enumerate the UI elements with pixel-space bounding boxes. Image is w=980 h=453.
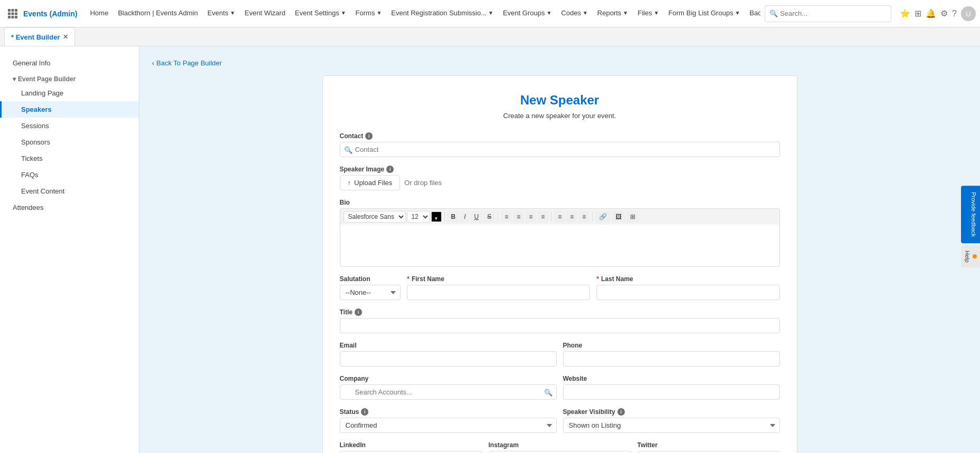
help-tab[interactable]: Help [961, 245, 980, 268]
nav-events[interactable]: Events▼ [203, 0, 240, 27]
sidebar-item-attendees[interactable]: Attendees [0, 199, 139, 216]
ordered-list-button[interactable]: ≡ [513, 211, 524, 223]
tab-event-builder[interactable]: * Event Builder ✕ [4, 27, 75, 46]
contact-search-icon: 🔍 [344, 146, 353, 153]
nav-badge-printing[interactable]: Badge Printing Configurations▼ [745, 0, 760, 27]
nav-event-settings[interactable]: Event Settings▼ [291, 0, 350, 27]
nav-reports[interactable]: Reports▼ [593, 0, 632, 27]
speaker-visibility-label: Speaker Visibility i [563, 408, 780, 416]
twitter-input[interactable] [638, 451, 780, 453]
last-name-input[interactable] [596, 285, 779, 300]
image-button[interactable]: 🖼 [612, 211, 625, 223]
avatar[interactable]: U [961, 6, 976, 21]
align-right-button[interactable]: ≡ [578, 211, 589, 223]
nav-event-wizard[interactable]: Event Wizard [241, 0, 290, 27]
chevron-down-icon: ▼ [546, 10, 551, 16]
search-input[interactable] [780, 9, 887, 17]
status-select[interactable]: Confirmed Pending Declined [340, 418, 557, 433]
form-title: New Speaker [340, 93, 780, 108]
salutation-col: Salutation --None-- Mr. Ms. Mrs. Dr. [340, 275, 401, 300]
contact-input[interactable] [340, 142, 780, 157]
speaker-visibility-select[interactable]: Shown on Listing Hidden [563, 418, 780, 433]
contact-info-icon[interactable]: i [365, 132, 373, 140]
company-search-icon: 🔍 [544, 388, 553, 396]
svg-rect-7 [12, 16, 14, 18]
notifications-icon[interactable]: 🔔 [926, 8, 936, 18]
sidebar-item-sessions[interactable]: Sessions [0, 118, 139, 134]
sidebar-item-speakers[interactable]: Speakers [0, 101, 139, 118]
email-col: Email [340, 342, 557, 367]
align-left-button[interactable]: ≡ [501, 211, 512, 223]
company-col: Company 🔍 [340, 375, 557, 400]
status-info-icon[interactable]: i [361, 408, 368, 416]
indent-button[interactable]: ≡ [537, 211, 548, 223]
name-row: Salutation --None-- Mr. Ms. Mrs. Dr. * F… [340, 275, 780, 300]
upload-files-button[interactable]: ↑ Upload Files [340, 175, 401, 190]
salutation-label: Salutation [340, 275, 401, 283]
back-link[interactable]: ‹ Back To Page Builder [152, 59, 967, 67]
nav-codes[interactable]: Codes▼ [557, 0, 592, 27]
sidebar-item-landing-page[interactable]: Landing Page [0, 85, 139, 101]
phone-input[interactable] [563, 351, 780, 367]
font-size-select[interactable]: 12 [407, 211, 430, 223]
svg-rect-6 [8, 16, 11, 18]
nav-forms[interactable]: Forms▼ [351, 0, 386, 27]
first-name-input[interactable] [407, 285, 590, 300]
bold-button[interactable]: B [448, 211, 460, 223]
nav-admin[interactable]: Blackthorn | Events Admin [113, 0, 202, 27]
svg-rect-3 [8, 12, 11, 15]
nav-files[interactable]: Files▼ [633, 0, 663, 27]
website-col: Website [563, 375, 780, 400]
provide-feedback-tab[interactable]: Provide feedback [961, 186, 980, 243]
tab-bar: * Event Builder ✕ [0, 27, 980, 46]
sidebar-item-tickets[interactable]: Tickets [0, 150, 139, 167]
help-icon[interactable]: ? [952, 9, 957, 18]
nav-groups[interactable]: Event Groups▼ [499, 0, 556, 27]
link-button[interactable]: 🔗 [595, 211, 611, 223]
svg-rect-1 [12, 9, 14, 12]
salutation-select[interactable]: --None-- Mr. Ms. Mrs. Dr. [340, 285, 401, 300]
align-left-2-button[interactable]: ≡ [554, 211, 565, 223]
nav-form-list[interactable]: Form Big List Groups▼ [664, 0, 745, 27]
top-icons: ⭐ ⊞ 🔔 ⚙ ? U [900, 6, 976, 21]
app-launcher-icon[interactable] [4, 5, 21, 22]
linkedin-input[interactable] [340, 451, 482, 453]
nav-registration[interactable]: Event Registration Submissio...▼ [387, 0, 498, 27]
company-input[interactable] [340, 384, 557, 400]
favorites-icon[interactable]: ⭐ [900, 8, 910, 18]
sidebar-section-event-page-builder[interactable]: ▾ Event Page Builder [0, 71, 139, 85]
strikethrough-button[interactable]: S [483, 211, 495, 223]
drop-text: Or drop files [404, 179, 442, 187]
title-info-icon[interactable]: i [355, 309, 362, 316]
underline-button[interactable]: U [471, 211, 483, 223]
instagram-col: Instagram [489, 441, 631, 453]
toolbar-divider [498, 212, 498, 221]
italic-button[interactable]: I [460, 211, 469, 223]
text-color-picker[interactable]: ▼ [431, 211, 442, 222]
website-input[interactable] [563, 384, 780, 400]
nav-home[interactable]: Home [86, 0, 113, 27]
sidebar-item-general-info[interactable]: General Info [0, 55, 139, 71]
bio-toolbar: Salesforce Sans 12 ▼ B I U S ≡ ≡ [340, 208, 780, 225]
phone-label: Phone [563, 342, 780, 349]
email-input[interactable] [340, 351, 557, 367]
font-family-select[interactable]: Salesforce Sans [344, 211, 406, 223]
speaker-image-info-icon[interactable]: i [386, 166, 394, 173]
form-card: New Speaker Create a new speaker for you… [322, 75, 797, 453]
title-input[interactable] [340, 318, 780, 333]
instagram-input[interactable] [489, 451, 631, 453]
sidebar-item-sponsors[interactable]: Sponsors [0, 134, 139, 150]
bio-editor[interactable] [340, 225, 780, 267]
align-center-button[interactable]: ≡ [566, 211, 577, 223]
email-label: Email [340, 342, 557, 349]
sidebar-item-faqs[interactable]: FAQs [0, 167, 139, 183]
unordered-list-button[interactable]: ≡ [525, 211, 536, 223]
tab-close-icon[interactable]: ✕ [63, 33, 68, 41]
visibility-info-icon[interactable]: i [617, 408, 625, 416]
table-button[interactable]: ⊞ [626, 211, 639, 223]
apps-icon[interactable]: ⊞ [915, 8, 921, 18]
search-icon: 🔍 [769, 9, 778, 17]
settings-icon[interactable]: ⚙ [940, 8, 948, 18]
sidebar-item-event-content[interactable]: Event Content [0, 183, 139, 199]
last-name-label: * Last Name [596, 275, 779, 283]
